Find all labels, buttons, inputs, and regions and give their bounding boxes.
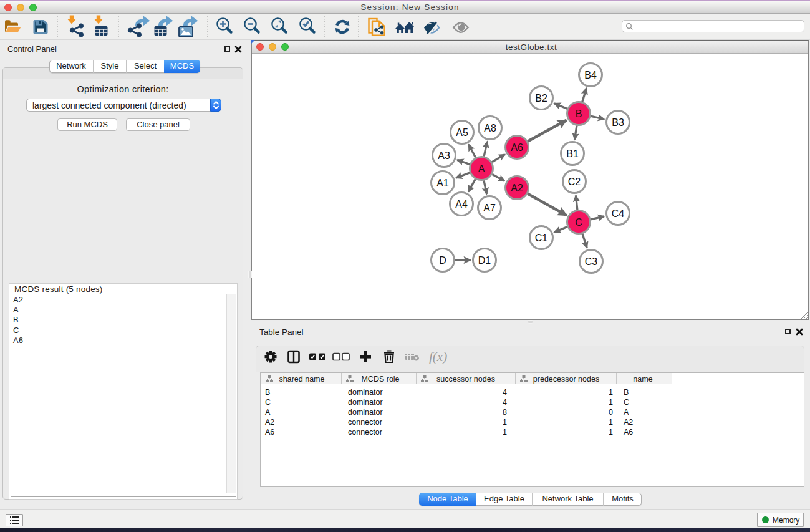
svg-text:A6: A6	[511, 142, 523, 153]
svg-text:B1: B1	[566, 148, 579, 159]
svg-text:C: C	[575, 217, 582, 228]
svg-text:A1: A1	[436, 178, 449, 188]
svg-text:D: D	[439, 255, 446, 266]
svg-text:A2: A2	[511, 183, 523, 193]
svg-text:A3: A3	[438, 150, 450, 161]
svg-text:B2: B2	[535, 93, 547, 104]
svg-text:A7: A7	[483, 203, 496, 213]
svg-text:C3: C3	[585, 256, 598, 267]
svg-text:A8: A8	[484, 123, 496, 133]
svg-text:B: B	[576, 109, 582, 119]
svg-text:C4: C4	[612, 208, 625, 219]
svg-text:name: name	[633, 375, 652, 384]
svg-text:A5: A5	[456, 127, 468, 138]
svg-text:B3: B3	[612, 117, 624, 128]
svg-text:C1: C1	[535, 233, 548, 243]
svg-text:shared name: shared name	[279, 375, 325, 384]
svg-text:MCDS role: MCDS role	[361, 375, 399, 384]
svg-text:C2: C2	[568, 177, 581, 187]
svg-text:predecessor nodes: predecessor nodes	[533, 375, 599, 384]
svg-text:A4: A4	[455, 199, 468, 210]
svg-text:f(x): f(x)	[429, 349, 447, 364]
svg-text:successor nodes: successor nodes	[436, 375, 495, 384]
svg-text:B4: B4	[584, 70, 597, 80]
svg-text:D1: D1	[478, 255, 491, 266]
svg-text:A: A	[478, 163, 485, 174]
